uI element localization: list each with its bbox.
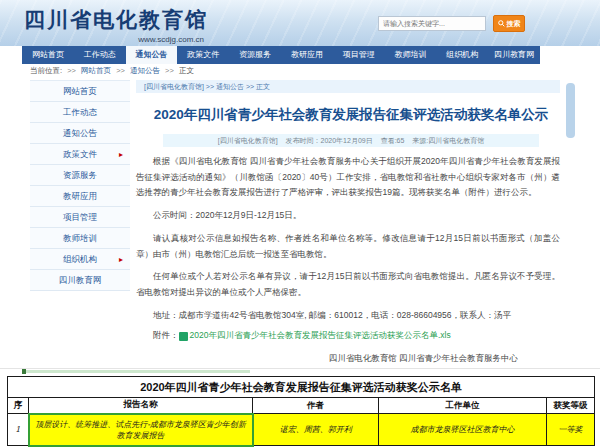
article-meta-source-tag: [四川省电化教育馆] [218,137,278,144]
sidebar-item-label: 四川教育网 [59,275,102,285]
nav-item-scedu[interactable]: 四川教育网 [488,46,540,64]
table-header-award: 获奖等级 [547,398,595,414]
paragraph-address: 地址：成都市学道街42号省电教馆304室, 邮编：610012，电话：028-8… [136,308,560,324]
sheet-scrollbar[interactable] [25,370,250,373]
nav-item-home[interactable]: 网站首页 [22,46,74,64]
paragraph: 公示时间：2020年12月9日-12月15日。 [136,208,560,224]
sidebar-item-label: 政策文件 [63,149,97,159]
breadcrumb-prefix: 当前位置: [30,66,62,75]
search-icon [498,20,505,27]
table-header-work-unit: 工作单位 [379,398,547,414]
article-title: 2020年四川省青少年社会教育发展报告征集评选活动获奖名单公示 [136,106,566,124]
content-divider [0,368,600,369]
article-signature: 四川省电化教育馆 四川省青少年社会教育服务中心 [136,353,560,365]
attachment-label: 附件： [153,330,179,340]
page: 四川省电化教育馆 www.scdjg.com.cn 搜索 网站首页 工作动态 通… [0,0,600,447]
nav-item-research[interactable]: 教研应用 [281,46,333,64]
sidebar-item-label: 工作动态 [63,107,97,117]
nav-item-organization[interactable]: 组织机构 [436,46,488,64]
breadcrumb-notices-link[interactable]: 通知公告 [130,66,160,75]
main-nav: 网站首页 工作动态 通知公告 政策文件 资源服务 教研应用 项目管理 教师培训 … [22,46,540,64]
sidebar-item-policy[interactable]: 政策文件▸ [30,144,130,165]
article-body: 根据《四川省电化教育馆 四川省青少年社会教育服务中心关于组织开展2020年四川省… [136,154,560,365]
breadcrumb-home-link[interactable]: 网站首页 [81,66,111,75]
nav-item-news[interactable]: 工作动态 [74,46,126,64]
results-table: 2020年四川省青少年社会教育发展报告征集评选活动获奖公示名单 序 报告名称 作… [7,376,595,447]
breadcrumb-current: 正文 [179,66,194,75]
sidebar-item-label: 项目管理 [63,212,97,222]
sidebar-item-label: 通知公告 [63,128,97,138]
sidebar-item-label: 教研应用 [63,191,97,201]
breadcrumb-separator: >> [116,66,125,75]
excel-file-icon: X [179,332,188,341]
sidebar-item-organization[interactable]: 组织机构▸ [30,249,130,270]
sidebar-item-label: 教师培训 [63,233,97,243]
sidebar-item-projects[interactable]: 项目管理 [30,207,130,228]
site-header: 四川省电化教育馆 www.scdjg.com.cn 搜索 [0,0,600,46]
vertical-scrollbar-thumb[interactable] [566,83,575,138]
paragraph: 根据《四川省电化教育馆 四川省青少年社会教育服务中心关于组织开展2020年四川省… [136,154,560,201]
sidebar-item-notices[interactable]: 通知公告 [30,123,130,144]
cell-work-unit: 成都市龙泉驿区社区教育中心 [379,414,547,446]
sidebar-item-label: 资源服务 [63,170,97,180]
sidebar-item-scedu[interactable]: 四川教育网 [30,270,130,291]
sidebar-item-training[interactable]: 教师培训 [30,228,130,249]
article-meta: [四川省电化教育馆] 发布时间：2020年12月09日 查看:65 来源:四川省… [163,134,539,147]
table-header-report-name: 报告名称 [29,398,253,414]
cell-authors: 谌宏、周茜、郭开利 [253,414,379,446]
nav-item-policy[interactable]: 政策文件 [177,46,229,64]
article: [四川省电化教育馆] >> 通知公告 >> 正文 2020年四川省青少年社会教育… [136,80,566,365]
search-bar: 搜索 [378,15,525,32]
article-breadcrumb[interactable]: [四川省电化教育馆] >> 通知公告 >> 正文 [136,80,560,93]
table-row: 1 顶层设计、统筹推进、试点先行-成都市龙泉驿区青少年创新教育发展报告 谌宏、周… [8,414,595,446]
nav-item-resources[interactable]: 资源服务 [229,46,281,64]
article-meta-publish-time: 发布时间：2020年12月09日 [286,137,373,144]
sidebar-item-news[interactable]: 工作动态 [30,102,130,123]
table-header-authors: 作者 [253,398,379,414]
sidebar-item-research[interactable]: 教研应用 [30,186,130,207]
search-button-label: 搜索 [507,19,521,29]
breadcrumb-separator: >> [67,66,76,75]
nav-item-training[interactable]: 教师培训 [385,46,437,64]
submenu-arrow-icon: ▸ [119,144,123,165]
cell-report-name: 顶层设计、统筹推进、试点先行-成都市龙泉驿区青少年创新教育发展报告 [29,414,253,446]
attachment-link[interactable]: X2020年四川省青少年社会教育发展报告征集评选活动获奖公示名单.xls [179,330,451,340]
paragraph: 任何单位或个人若对公示名单有异议，请于12月15日前以书面形式向省电教馆提出。凡… [136,269,560,300]
paragraph: 请认真核对公示信息如报告名称、作者姓名和单位名称等。修改信息请于12月15日前以… [136,231,560,262]
search-input[interactable] [378,16,486,31]
sidebar-item-resources[interactable]: 资源服务 [30,165,130,186]
attachment-filename: 2020年四川省青少年社会教育发展报告征集评选活动获奖公示名单.xls [190,330,451,340]
cell-award: 一等奖 [547,414,595,446]
article-meta-source: 来源:四川省电化教育馆 [412,137,484,144]
breadcrumb: 当前位置: >> 网站首页 >> 通知公告 >> 正文 [30,66,194,76]
sidebar-item-label: 组织机构 [63,254,97,264]
table-header-seq: 序 [8,398,29,414]
nav-item-notices[interactable]: 通知公告 [126,46,178,64]
site-url: www.scdjg.com.cn [24,35,208,44]
sidebar: 网站首页 工作动态 通知公告 政策文件▸ 资源服务 教研应用 项目管理 教师培训… [30,80,130,291]
attachment-row: 附件：X2020年四川省青少年社会教育发展报告征集评选活动获奖公示名单.xls [136,330,560,342]
site-logo: 四川省电化教育馆 www.scdjg.com.cn [24,6,208,44]
cell-seq: 1 [8,414,29,446]
site-name: 四川省电化教育馆 [24,6,208,34]
article-meta-views: 查看:65 [381,137,405,144]
breadcrumb-separator: >> [165,66,174,75]
sidebar-item-label: 网站首页 [63,86,97,96]
nav-item-projects[interactable]: 项目管理 [333,46,385,64]
submenu-arrow-icon: ▸ [119,249,123,270]
search-button[interactable]: 搜索 [493,15,525,32]
table-title: 2020年四川省青少年社会教育发展报告征集评选活动获奖公示名单 [8,377,595,398]
sidebar-item-home[interactable]: 网站首页 [30,81,130,102]
